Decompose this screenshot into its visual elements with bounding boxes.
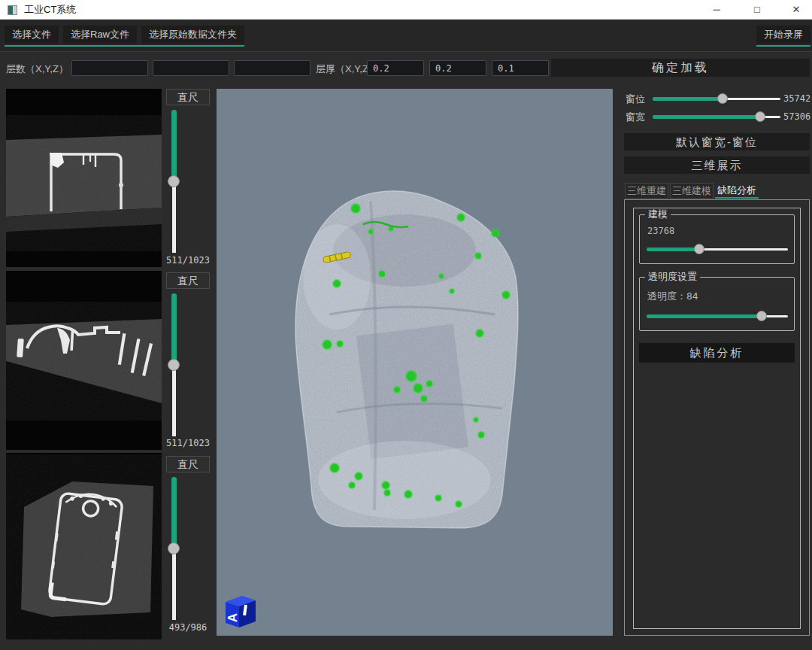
titlebar: 工业CT系统 ─ □ ✕ — [0, 0, 812, 20]
slider-fill — [171, 293, 177, 365]
toolbar: 选择文件 选择Raw文件 选择原始数据文件夹 开始录屏 — [0, 20, 812, 52]
modeling-group-title: 建模 — [645, 208, 671, 220]
select-raw-file-button[interactable]: 选择Raw文件 — [63, 26, 137, 44]
3d-model-render: A — [217, 89, 613, 636]
slider-track — [765, 315, 788, 317]
start-recording-button[interactable]: 开始录屏 — [756, 26, 810, 44]
slice-slider-3[interactable] — [168, 477, 180, 620]
tab-3d-reconstruction[interactable]: 三维重建 — [625, 183, 668, 199]
select-file-button[interactable]: 选择文件 — [5, 26, 59, 44]
ct-slice-view-coronal[interactable] — [6, 271, 162, 450]
slider-handle[interactable] — [717, 93, 728, 104]
slider-fill — [171, 110, 177, 181]
ct-slice-view-axial[interactable] — [6, 89, 162, 267]
modeling-threshold-slider[interactable] — [647, 244, 788, 255]
ct-slice-image-3 — [6, 453, 162, 639]
layers-label: 层数（X,Y,Z） — [6, 62, 68, 77]
ct-slice-image-1 — [6, 89, 162, 267]
tab-defect-analysis[interactable]: 缺陷分析 — [715, 183, 759, 199]
slider-handle[interactable] — [168, 542, 180, 554]
slider-track — [172, 365, 176, 436]
thickness-z-input[interactable] — [492, 60, 549, 76]
thickness-x-input[interactable] — [367, 60, 424, 76]
slice-position-1: 511/1023 — [161, 255, 215, 266]
modeling-threshold-value: 23768 — [647, 226, 674, 236]
record-button-group: 开始录屏 — [756, 26, 810, 47]
slider-fill — [647, 248, 698, 251]
window-width-value: 57306 — [783, 111, 810, 123]
slider-handle[interactable] — [756, 311, 767, 321]
ruler-button-1[interactable]: 直尺 — [166, 89, 210, 105]
maximize-icon[interactable]: □ — [744, 0, 770, 20]
ruler-button-2[interactable]: 直尺 — [166, 272, 210, 289]
opacity-group-title: 透明度设置 — [645, 271, 700, 283]
confirm-load-button[interactable]: 确定加载 — [551, 59, 810, 77]
slider-track — [698, 248, 788, 251]
slice-position-3: 493/986 — [161, 622, 215, 633]
window-level-label: 窗位 — [626, 93, 645, 105]
slice-slider-1[interactable] — [168, 110, 180, 253]
ct-slice-image-2 — [6, 271, 162, 450]
slider-handle[interactable] — [694, 244, 704, 254]
ruler-button-3[interactable]: 直尺 — [166, 456, 210, 472]
close-icon[interactable]: ✕ — [783, 0, 809, 20]
window-level-slider[interactable] — [653, 93, 780, 105]
default-ww-wl-button[interactable]: 默认窗宽-窗位 — [624, 133, 810, 150]
layers-z-input[interactable] — [234, 60, 311, 76]
slider-handle[interactable] — [168, 359, 180, 371]
slider-handle[interactable] — [755, 111, 765, 122]
slice-position-2: 511/1023 — [161, 438, 215, 449]
industrial-ct-window: 工业CT系统 ─ □ ✕ 选择文件 选择Raw文件 选择原始数据文件夹 开始录屏… — [0, 0, 812, 650]
logo-letter: A — [226, 613, 240, 622]
orientation-cube-logo[interactable]: A — [226, 596, 256, 627]
window-level-value: 35742 — [783, 93, 810, 105]
slice-slider-2[interactable] — [168, 293, 180, 436]
modeling-groupbox: 建模 23768 — [639, 214, 795, 264]
window-title: 工业CT系统 — [24, 0, 76, 20]
tab-3d-modeling[interactable]: 三维建模 — [670, 183, 714, 199]
slider-handle[interactable] — [168, 175, 180, 187]
run-defect-analysis-button[interactable]: 缺陷分析 — [639, 343, 795, 363]
window-width-label: 窗宽 — [626, 111, 645, 123]
display-3d-button[interactable]: 三维展示 — [624, 156, 810, 174]
app-icon — [8, 5, 17, 15]
opacity-value-label: 透明度：84 — [647, 290, 698, 303]
slider-fill — [653, 115, 764, 119]
slider-track — [764, 116, 780, 118]
slider-track — [172, 548, 176, 620]
layers-y-input[interactable] — [153, 60, 229, 76]
window-width-slider[interactable] — [653, 111, 780, 123]
layers-x-input[interactable] — [71, 60, 148, 76]
slider-track — [723, 98, 781, 100]
ct-slice-view-sagittal[interactable] — [6, 453, 162, 639]
minimize-icon[interactable]: ─ — [704, 0, 729, 20]
slider-fill — [171, 477, 177, 548]
file-button-group: 选择文件 选择Raw文件 选择原始数据文件夹 — [5, 26, 244, 47]
opacity-slider[interactable] — [647, 311, 788, 322]
slider-fill — [653, 97, 723, 101]
slider-fill — [647, 314, 765, 318]
slider-track — [172, 181, 176, 253]
3d-viewport[interactable]: A — [217, 89, 613, 636]
thickness-y-input[interactable] — [429, 60, 486, 76]
select-raw-folder-button[interactable]: 选择原始数据文件夹 — [141, 26, 244, 44]
opacity-groupbox: 透明度设置 透明度：84 — [639, 277, 795, 331]
